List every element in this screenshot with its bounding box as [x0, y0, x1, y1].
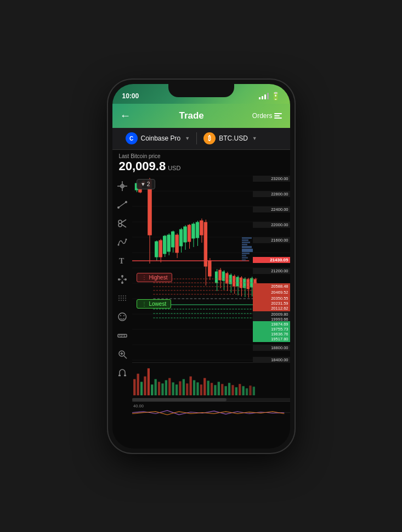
scissors-icon[interactable]	[115, 217, 130, 229]
dots-icon[interactable]	[115, 292, 130, 304]
svg-rect-153	[192, 380, 195, 395]
svg-rect-156	[203, 378, 206, 395]
price-display: 20,009.8 USD	[119, 159, 284, 173]
svg-rect-63	[159, 240, 162, 257]
svg-rect-170	[252, 387, 254, 395]
svg-rect-143	[157, 382, 160, 395]
crosshair-icon[interactable]	[115, 180, 130, 192]
signal-icon	[259, 93, 269, 99]
svg-rect-167	[242, 386, 244, 395]
svg-rect-129	[242, 244, 247, 245]
svg-point-4	[117, 206, 120, 209]
orders-icon	[274, 113, 282, 119]
svg-rect-166	[239, 384, 241, 395]
svg-rect-159	[214, 385, 216, 395]
price-level-19517: 19517.80	[253, 336, 290, 342]
status-time: 10:00	[122, 92, 139, 100]
svg-rect-71	[175, 235, 178, 253]
indicator-value: 2	[147, 181, 150, 187]
svg-point-14	[121, 275, 123, 277]
svg-rect-126	[242, 237, 252, 239]
exchange-name: Coinbase Pro	[141, 135, 181, 142]
price-level-20469: 20469.52	[253, 289, 290, 295]
svg-line-33	[124, 356, 127, 359]
svg-rect-146	[168, 378, 171, 395]
price-level-18400: 18400.00	[253, 357, 290, 363]
curve-icon[interactable]	[115, 236, 130, 248]
svg-line-3	[118, 202, 126, 208]
indicator-badge[interactable]: ▾ 2	[137, 179, 155, 189]
svg-rect-100	[233, 276, 235, 286]
svg-rect-140	[147, 368, 149, 395]
exchange-selector[interactable]: C Coinbase Pro ▼	[119, 132, 197, 144]
svg-rect-130	[242, 246, 252, 248]
bitcoin-logo: ₿	[203, 132, 216, 144]
svg-point-6	[118, 220, 122, 223]
svg-rect-94	[222, 272, 224, 281]
lowest-label: ⋮ Lowest	[137, 299, 172, 309]
svg-rect-88	[208, 261, 211, 276]
price-level-22800: 22800.00	[253, 191, 290, 197]
price-currency: USD	[168, 165, 180, 171]
svg-rect-168	[245, 388, 247, 395]
line-icon[interactable]	[115, 199, 130, 211]
chart-area[interactable]: T	[112, 176, 290, 423]
notch	[168, 84, 234, 97]
zoom-icon[interactable]	[115, 348, 130, 360]
current-price-badge: 21430.05	[268, 257, 290, 263]
svg-rect-141	[151, 384, 153, 395]
svg-point-26	[123, 315, 124, 316]
bottom-oscillator: 40.00	[132, 401, 290, 423]
price-level-23200: 23200.00	[253, 176, 290, 182]
svg-rect-163	[228, 383, 230, 395]
svg-rect-90	[215, 272, 217, 283]
svg-point-15	[124, 278, 127, 281]
exchange-bar: C Coinbase Pro ▼ ₿ BTC.USD ▼	[112, 128, 290, 150]
svg-point-13	[118, 278, 120, 281]
price-section: Last Bitcoin price 20,009.8 USD	[112, 150, 290, 176]
svg-rect-162	[224, 386, 227, 395]
symbol-selector[interactable]: ₿ BTC.USD ▼	[197, 132, 264, 144]
price-level-20112: 20112.62	[253, 305, 290, 311]
svg-text:T: T	[119, 257, 124, 265]
svg-point-7	[118, 223, 122, 227]
svg-rect-134	[242, 257, 248, 259]
svg-rect-61	[155, 242, 157, 257]
emoji-icon[interactable]	[115, 311, 130, 323]
svg-point-25	[120, 315, 121, 316]
svg-rect-144	[161, 383, 163, 395]
svg-point-16	[121, 282, 123, 284]
candlestick-chart[interactable]: ▾ 2 ⋮ Highest ⋮ Lowest 21430.05	[132, 176, 290, 362]
back-button[interactable]: ←	[120, 109, 131, 122]
indicator-arrow: ▾	[141, 181, 145, 188]
phone-screen: 10:00 🔋 ← Trade Orders	[112, 84, 290, 449]
app-header: ← Trade Orders	[112, 104, 290, 128]
svg-rect-165	[235, 387, 237, 395]
svg-point-10	[117, 244, 119, 245]
svg-rect-158	[210, 383, 212, 395]
nodes-icon[interactable]	[115, 273, 130, 285]
svg-rect-154	[196, 382, 199, 395]
svg-rect-136	[133, 379, 135, 395]
volume-chart	[132, 362, 290, 398]
price-level-18800: 18800.00	[253, 345, 290, 351]
ruler-icon[interactable]	[115, 329, 130, 341]
magnet-icon[interactable]	[115, 367, 130, 379]
svg-rect-96	[225, 273, 228, 283]
svg-rect-133	[242, 255, 246, 256]
svg-rect-145	[165, 380, 167, 395]
svg-rect-135	[242, 259, 246, 261]
svg-rect-137	[137, 373, 139, 395]
price-level-20588: 20588.48	[253, 283, 290, 289]
svg-rect-151	[186, 383, 188, 395]
coinbase-logo: C	[126, 132, 138, 144]
chart-toolbar: T	[112, 176, 132, 423]
svg-rect-152	[189, 376, 191, 395]
svg-rect-139	[144, 376, 146, 395]
svg-rect-164	[231, 385, 234, 395]
text-icon[interactable]: T	[115, 255, 130, 267]
svg-rect-92	[218, 270, 220, 280]
price-level-21600: 21600.00	[253, 237, 290, 243]
svg-rect-147	[172, 382, 174, 395]
orders-button[interactable]: Orders	[252, 112, 282, 120]
